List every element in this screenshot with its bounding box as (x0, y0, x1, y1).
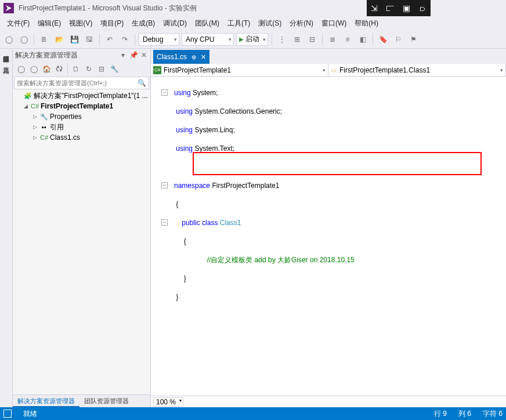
tab-team-explorer[interactable]: 团队资源管理器 (79, 395, 133, 407)
solution-search[interactable]: 🔍 (14, 77, 149, 89)
config-dropdown[interactable]: Debug (139, 33, 179, 46)
play-icon: ▶ (239, 36, 244, 42)
vs-logo-icon (3, 3, 14, 13)
close-tab-icon[interactable]: ✕ (201, 53, 206, 61)
menu-view[interactable]: 视图(V) (66, 17, 96, 30)
fold-icon[interactable]: − (161, 182, 168, 189)
zoom-dropdown[interactable]: 100 % (153, 397, 183, 407)
exp-icon-2[interactable]: ⫍ (386, 3, 394, 13)
panel-close-icon[interactable]: ✕ (140, 51, 148, 59)
menu-edit[interactable]: 编辑(E) (34, 17, 64, 30)
status-icon[interactable] (3, 410, 12, 418)
editor-footer: 100 % (151, 396, 506, 407)
panel-title: 解决方案资源管理器 (15, 50, 78, 60)
panel-pin-icon[interactable]: 📌 (129, 51, 138, 59)
open-file-button[interactable]: 📂 (53, 33, 66, 46)
status-char: 字符 6 (483, 409, 503, 419)
code-editor[interactable]: −using System; using System.Collections.… (151, 77, 506, 396)
menu-window[interactable]: 窗口(W) (318, 17, 350, 30)
left-rail: 服务器资源管理器 工具箱 (0, 49, 13, 407)
tb-icon-7[interactable]: 🔖 (377, 33, 389, 46)
references-node[interactable]: ▷ ▪▪ 引用 (13, 122, 150, 132)
expand-icon[interactable]: ▷ (31, 114, 38, 120)
se-home-icon[interactable]: 🏠 (41, 63, 52, 75)
editor-area: Class1.cs ⊕ ✕ C# FirstProjectTemplate1 🝰… (151, 49, 506, 407)
panel-header: 解决方案资源管理器 ▾ 📌 ✕ (13, 49, 150, 61)
exp-icon-1[interactable]: ⇲ (371, 3, 378, 13)
separator (135, 34, 135, 45)
tb-icon-4[interactable]: ≣ (326, 33, 339, 46)
nav-bar: C# FirstProjectTemplate1 🝰 FirstProjectT… (151, 64, 506, 77)
nav-class-dropdown[interactable]: 🝰 FirstProjectTemplate1.Class1 (328, 64, 506, 76)
menu-team[interactable]: 团队(M) (191, 17, 223, 30)
se-back-button[interactable]: ◯ (15, 63, 27, 75)
menu-bar: 文件(F) 编辑(E) 视图(V) 项目(P) 生成(B) 调试(D) 团队(M… (0, 16, 506, 30)
status-line: 行 9 (434, 409, 447, 419)
tb-icon-3[interactable]: ⊟ (306, 33, 319, 46)
window-title: FirstProjectTemplate1 - Microsoft Visual… (19, 3, 197, 13)
solution-explorer-panel: 解决方案资源管理器 ▾ 📌 ✕ ◯ ◯ 🏠 🗘 🗋 ↻ ⊟ 🔧 🔍 🧩 解决 (13, 49, 151, 407)
solution-toolbar: ◯ ◯ 🏠 🗘 🗋 ↻ ⊟ 🔧 (13, 61, 150, 77)
se-props-icon[interactable]: 🔧 (109, 63, 120, 75)
fold-icon[interactable]: − (161, 89, 168, 96)
menu-tools[interactable]: 工具(T) (224, 17, 254, 30)
tb-icon-9[interactable]: ⚑ (407, 33, 420, 46)
exp-icon-4[interactable]: ⫐ (418, 3, 427, 13)
tb-icon-6[interactable]: ◧ (356, 33, 369, 46)
nav-project-dropdown[interactable]: C# FirstProjectTemplate1 (151, 64, 328, 76)
document-tabs: Class1.cs ⊕ ✕ (151, 49, 506, 64)
menu-test[interactable]: 测试(S) (255, 17, 285, 30)
tab-solution-explorer[interactable]: 解决方案资源管理器 (13, 395, 79, 407)
expand-icon[interactable]: ▷ (31, 135, 38, 140)
status-col: 列 6 (458, 409, 471, 419)
se-sync-icon[interactable]: 🗘 (53, 63, 65, 75)
file-node[interactable]: ▷ C# Class1.cs (13, 132, 150, 143)
menu-help[interactable]: 帮助(H) (351, 17, 382, 30)
exp-icon-3[interactable]: ▣ (403, 3, 410, 13)
undo-button[interactable]: ↶ (103, 33, 116, 46)
references-icon: ▪▪ (39, 124, 49, 131)
nav-back-button[interactable]: ◯ (2, 33, 15, 46)
start-debug-button[interactable]: ▶启动 (236, 33, 268, 46)
separator (99, 34, 100, 45)
menu-project[interactable]: 项目(P) (97, 17, 127, 30)
status-ready: 就绪 (23, 409, 37, 419)
tb-icon-2[interactable]: ⊞ (291, 33, 303, 46)
tab-class1[interactable]: Class1.cs ⊕ ✕ (153, 50, 209, 64)
solution-icon: 🧩 (23, 92, 32, 100)
menu-debug[interactable]: 调试(D) (160, 17, 190, 30)
se-collapse-icon[interactable]: ⊟ (96, 63, 107, 75)
tb-icon-8[interactable]: ⚐ (392, 33, 404, 46)
search-icon: 🔍 (138, 79, 146, 87)
status-bar: 就绪 行 9 列 6 字符 6 (0, 407, 506, 420)
save-button[interactable]: 💾 (68, 33, 81, 46)
se-showall-icon[interactable]: 🗋 (70, 63, 82, 75)
tb-icon-1[interactable]: ⋮ (276, 33, 288, 46)
tb-icon-5[interactable]: ≡ (341, 33, 354, 46)
solution-node[interactable]: 🧩 解决方案"FirstProjectTemplate1"(1 ... (13, 90, 150, 101)
expand-icon[interactable]: ▷ (31, 124, 38, 130)
properties-node[interactable]: ▷ 🔧 Properties (13, 111, 150, 122)
code-content[interactable]: −using System; using System.Collections.… (169, 77, 506, 396)
experimental-toolbar: ⇲ ⫍ ▣ ⫐ (367, 0, 431, 16)
menu-file[interactable]: 文件(F) (3, 17, 33, 30)
panel-dropdown-icon[interactable]: ▾ (119, 51, 127, 59)
nav-fwd-button[interactable]: ◯ (17, 33, 30, 46)
comment-line: //自定义模板类 add by 大龄Giser on 2018.10.15 (191, 256, 355, 264)
save-all-button[interactable]: 🖫 (83, 33, 96, 46)
new-project-button[interactable]: 🗎 (38, 33, 50, 46)
title-bar: FirstProjectTemplate1 - Microsoft Visual… (0, 0, 506, 16)
platform-dropdown[interactable]: Any CPU (182, 33, 234, 46)
menu-build[interactable]: 生成(B) (128, 17, 158, 30)
menu-analyze[interactable]: 分析(N) (286, 17, 317, 30)
solution-search-input[interactable] (17, 79, 138, 86)
cs-icon: C# (153, 66, 161, 74)
redo-button[interactable]: ↷ (118, 33, 131, 46)
pin-icon[interactable]: ⊕ (191, 54, 196, 60)
se-refresh-icon[interactable]: ↻ (83, 63, 95, 75)
wrench-icon: 🔧 (39, 113, 49, 121)
se-fwd-button[interactable]: ◯ (28, 63, 39, 75)
fold-icon[interactable]: − (161, 219, 168, 226)
expand-icon[interactable]: ◢ (22, 103, 29, 109)
project-node[interactable]: ◢ C# FirstProjectTemplate1 (13, 101, 150, 111)
